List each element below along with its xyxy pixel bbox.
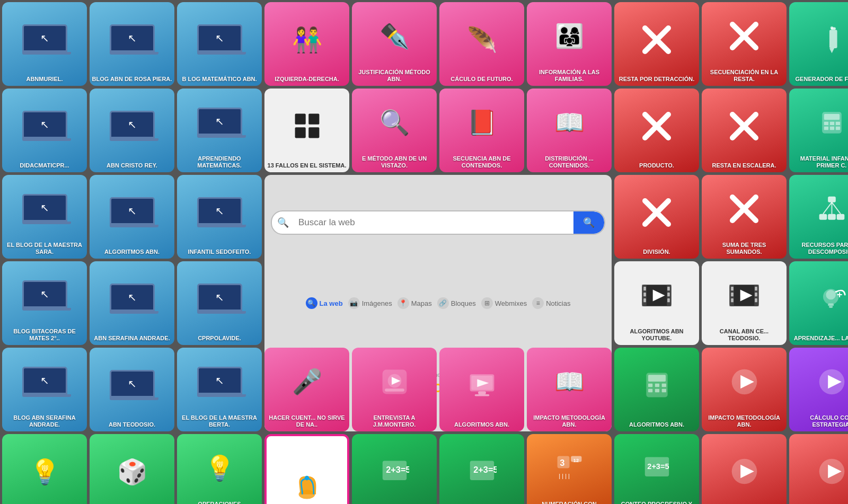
tile-sumamos-restamos[interactable]: 2+3=5 SUMAMOS Y RESTAMOS. xyxy=(352,434,437,504)
laptop-icon: ↖ xyxy=(110,178,155,247)
tile-didacmatic[interactable]: ↖ DIDACMATICPR... xyxy=(2,89,87,172)
tile-justificacion[interactable]: ✒️ JUSTIFICACIÓN MÉTODO ABN. xyxy=(352,2,437,86)
tile-suma-tres[interactable]: SUMA DE TRES SUMANDOS. xyxy=(702,175,787,259)
tile-resta-escalera[interactable]: RESTA EN ESCALERA. xyxy=(702,89,787,172)
tile-calculo-estrategia[interactable]: ALGORITMOS ABN. xyxy=(614,348,699,431)
search-input[interactable] xyxy=(294,212,573,233)
tile-calculo-mental[interactable]: 💡 OPERACIONES MATEMÁTICAS. xyxy=(177,434,262,504)
tile-operaciones[interactable]: 💡 DIVISIÓN POR 11. xyxy=(2,434,87,504)
laptop-icon: ↖ xyxy=(197,264,242,334)
nav-la-web[interactable]: 🔍 La web xyxy=(306,297,343,309)
tile-numeracion-palillos[interactable]: 3 12 | | | | NUMERACIÓN CON PALILLOS. xyxy=(527,434,612,504)
nav-noticias[interactable]: ≡ Noticias xyxy=(532,297,570,309)
laptop-icon: ↖ xyxy=(110,264,155,334)
tile-recursos[interactable]: RECURSOS PARA LA DESCOMPOSIC.. xyxy=(789,175,848,259)
x-icon xyxy=(728,5,760,68)
tile-division-11[interactable]: IMPACTO METODOLOGÍA ABN. xyxy=(702,348,787,431)
magnify-icon: 🔍 xyxy=(379,91,410,154)
svg-rect-72 xyxy=(835,127,840,130)
svg-rect-110 xyxy=(648,375,666,382)
tile-algoritmos-abn2[interactable]: ALGORITMOS ABN. xyxy=(439,348,524,431)
search-button[interactable]: 🔍 xyxy=(573,211,604,234)
tile-label: E MÉTODO ABN DE UN VISTAZO. xyxy=(354,155,435,169)
tile-producto[interactable]: PRODUCTO. xyxy=(614,89,699,172)
tile-label: EL BLOG DE LA MAESTRA SARA. xyxy=(4,242,85,255)
tile-generador[interactable]: GENERADOR DE FICHAS. xyxy=(789,2,848,86)
svg-text:3: 3 xyxy=(560,458,564,467)
tile-izquierda[interactable]: 👫 IZQUIERDA-DERECHA. xyxy=(264,2,349,86)
x-icon xyxy=(641,178,673,247)
tile-algoritmos-abn[interactable]: ↖ ALGORITMOS ABN. xyxy=(90,175,174,259)
svg-rect-60 xyxy=(308,128,319,138)
svg-text:2+3=5: 2+3=5 xyxy=(386,465,409,474)
tile-label: INFANTIL SEDOFEITO. xyxy=(188,249,251,255)
tile-label: MATERIAL INFANTIL Y PRIMER C. xyxy=(791,155,848,169)
tile-label: BLOG BITACORAS DE MATES 2°.. xyxy=(4,328,85,342)
tile-blog-abn-serafina2[interactable]: ↖ BLOG ABN SERAFINA ANDRADE. xyxy=(2,348,87,431)
svg-rect-77 xyxy=(828,196,836,202)
tile-infantil-sedofeito[interactable]: ↖ INFANTIL SEDOFEITO. xyxy=(177,175,262,259)
x-icon xyxy=(641,91,673,161)
tile-aprendiendo[interactable]: ↖ APRENDIENDO MATEMÁTICAS. xyxy=(177,89,262,172)
tile-entrevista[interactable]: ENTREVISTA A J.M.MONTERO. xyxy=(352,348,437,431)
tile-blog-bitacoras[interactable]: ↖ BLOG BITACORAS DE MATES 2°.. xyxy=(2,261,87,345)
tile-algoritmos-youtube[interactable]: ALGORITMOS ABN YOUTUBE. xyxy=(614,261,699,345)
nav-webmixes[interactable]: ⊞ Webmixes xyxy=(481,297,527,309)
nav-imagenes[interactable]: 📷 Imágenes xyxy=(348,297,392,309)
tile-secuencia-contenidos[interactable]: 📕 SECUENCIA ABN DE CONTENIDOS. xyxy=(439,89,524,172)
tile-uso-escala[interactable]: USO ESCALA EXTENDIDA. xyxy=(702,434,787,504)
tile-blog-rosa[interactable]: ↖ BLOG ABN DE ROSA PIERA. xyxy=(90,2,174,86)
tile-label: IMPACTO METODOLOGÍA ABN. xyxy=(529,414,610,428)
svg-rect-127 xyxy=(478,392,486,395)
svg-rect-78 xyxy=(819,214,827,219)
tile-blog-mat[interactable]: ↖ B LOG MATEMÁTICO ABN. xyxy=(177,2,262,86)
tile-secuenciacion[interactable]: SECUENCIACIÓN EN LA RESTA. xyxy=(702,2,787,86)
svg-rect-113 xyxy=(661,384,666,387)
tile-distribucion[interactable]: 📖 DISTRIBUCIÓN ... CONTENIDOS. xyxy=(527,89,612,172)
tile-escala-sintetica[interactable]: ESCALA SINTÉTICA. xyxy=(789,434,848,504)
svg-rect-101 xyxy=(755,293,757,296)
tile-label: ABN SERAFINA ANDRADE. xyxy=(94,335,170,342)
tile-label: CANAL ABN CE... TEODOSIO. xyxy=(704,328,784,342)
nav-bloques[interactable]: 🔗 Bloques xyxy=(437,297,476,309)
head-plus-icon: + xyxy=(817,264,846,334)
news-icon: ≡ xyxy=(532,297,544,309)
laptop-icon: ↖ xyxy=(197,350,242,413)
tile-abnmuriel[interactable]: ↖ ABNMURIEL. xyxy=(2,2,87,86)
dice-icon: 🎲 xyxy=(117,437,147,504)
tile-blog-maestra-berta[interactable]: ↖ EL BLOG DE LA MAESTRA BERTA. xyxy=(177,348,262,431)
tile-abn-teodosio[interactable]: ↖ ABN TEODOSIO. xyxy=(90,348,174,431)
tile-cprpolavide[interactable]: ↖ CPRPOLAVIDE. xyxy=(177,261,262,345)
tile-blog-sara[interactable]: ↖ EL BLOG DE LA MAESTRA SARA. xyxy=(2,175,87,259)
tile-abn-serafina[interactable]: ↖ ABN SERAFINA ANDRADE. xyxy=(90,261,174,345)
tile-informacion[interactable]: 👨‍👩‍👧 INFORMACIÓN A LAS FAMILIAS. xyxy=(527,2,612,86)
monitor-icon xyxy=(467,350,497,420)
tile-aprendizaje-suma[interactable]: + APRENDIZAJE... LA SUMA. xyxy=(789,261,848,345)
tile-label: RESTA EN ESCALERA. xyxy=(712,162,776,169)
svg-text:2+3=5: 2+3=5 xyxy=(647,463,669,471)
tile-calculo-futuro[interactable]: 🪶 CÁCULO DE FUTURO. xyxy=(439,2,524,86)
tile-conteo-progresivo[interactable]: 2+3=5 CONTEO PROGRESIVO Y REGRESIV.. xyxy=(614,434,699,504)
tile-hacer-cuent[interactable]: 🎤 HACER CUENT... NO SIRVE DE NA.. xyxy=(264,348,349,431)
svg-rect-70 xyxy=(824,127,828,130)
nav-mapas[interactable]: 📍 Mapas xyxy=(398,297,432,309)
tile-material-infantil[interactable]: MATERIAL INFANTIL Y PRIMER C. xyxy=(789,89,848,172)
tile-sumon[interactable]: 2+3=5 SUMÓN. xyxy=(439,434,524,504)
tile-label: ALGORITMOS ABN. xyxy=(454,421,509,428)
nav-web-label: La web xyxy=(320,299,343,307)
book-open2-icon: 📖 xyxy=(554,350,585,413)
tile-division[interactable]: DIVISIÓN. xyxy=(614,175,699,259)
tile-abn-cristo[interactable]: ↖ ABN CRISTO REY. xyxy=(90,89,174,172)
book-open-icon: 📖 xyxy=(554,91,585,154)
tile-impacto[interactable]: 📖 IMPACTO METODOLOGÍA ABN. xyxy=(527,348,612,431)
tile-label: BLOG ABN DE ROSA PIERA. xyxy=(92,76,172,83)
tile-resta-detraccion[interactable]: RESTA POR DETRACCIÓN. xyxy=(614,2,699,86)
tile-metodo-abn[interactable]: 🔍 E MÉTODO ABN DE UN VISTAZO. xyxy=(352,89,437,172)
network-icon xyxy=(817,178,846,241)
tile-canal-abn[interactable]: CANAL ABN CE... TEODOSIO. xyxy=(702,261,787,345)
search-icon: 🔍 xyxy=(272,217,294,228)
tile-por-unidad[interactable]: CÁLCULO CON ESTRATEGIA. xyxy=(789,348,848,431)
tile-suma-dados[interactable]: 🎲 : POR UNIDAD SEGUIDA DE xyxy=(90,434,174,504)
svg-rect-80 xyxy=(836,214,844,219)
tile-13-fallos[interactable]: 13 FALLOS EN EL SISTEMA. xyxy=(264,89,349,172)
